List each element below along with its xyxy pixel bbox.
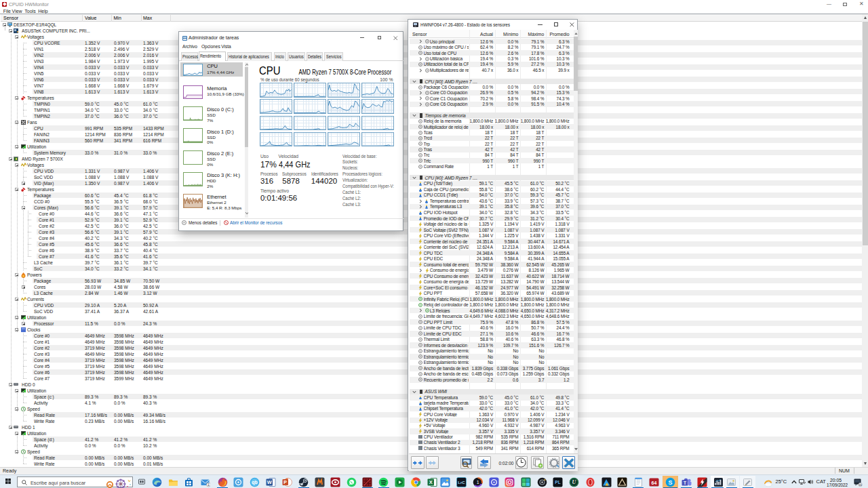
svg-text:1: 1 [208, 483, 210, 487]
svg-text:PL: PL [555, 480, 561, 485]
svg-text:16: 16 [859, 483, 862, 487]
svg-text:LrC: LrC [458, 481, 466, 485]
svg-text:P: P [283, 480, 287, 485]
svg-text:X: X [429, 479, 432, 485]
svg-text:64: 64 [652, 480, 657, 485]
svg-text:qb: qb [252, 480, 258, 485]
svg-text:T: T [684, 480, 686, 485]
svg-text:W: W [267, 479, 273, 485]
svg-text:1: 1 [477, 480, 479, 485]
svg-text:S: S [668, 479, 672, 486]
